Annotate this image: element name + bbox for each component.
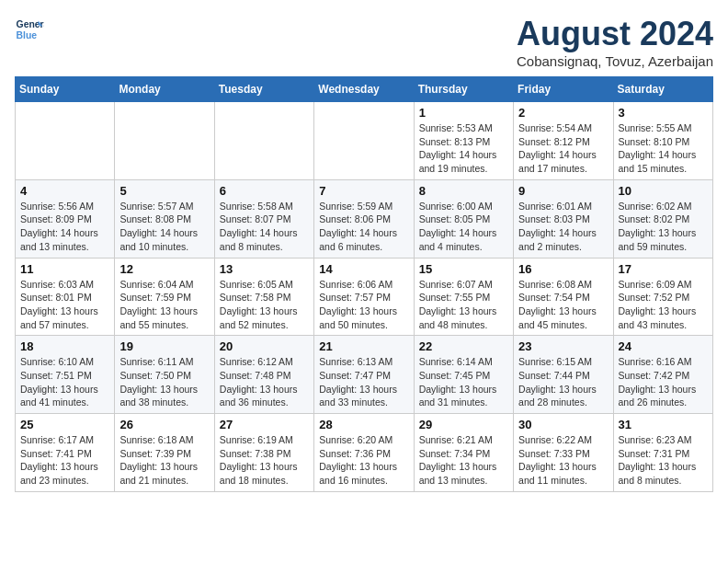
day-header-saturday: Saturday xyxy=(613,77,712,102)
calendar-cell: 2Sunrise: 5:54 AMSunset: 8:12 PMDaylight… xyxy=(514,102,613,180)
calendar-cell: 12Sunrise: 6:04 AMSunset: 7:59 PMDayligh… xyxy=(115,258,214,336)
day-info: Sunrise: 5:59 AMSunset: 8:06 PMDaylight:… xyxy=(319,200,408,254)
day-info: Sunrise: 6:08 AMSunset: 7:54 PMDaylight:… xyxy=(518,278,608,332)
day-header-thursday: Thursday xyxy=(414,77,513,102)
calendar-cell: 26Sunrise: 6:18 AMSunset: 7:39 PMDayligh… xyxy=(115,414,214,492)
day-info: Sunrise: 6:15 AMSunset: 7:44 PMDaylight:… xyxy=(518,355,608,409)
calendar-cell: 16Sunrise: 6:08 AMSunset: 7:54 PMDayligh… xyxy=(514,258,613,336)
calendar-cell: 25Sunrise: 6:17 AMSunset: 7:41 PMDayligh… xyxy=(16,414,115,492)
day-number: 18 xyxy=(20,339,109,353)
day-number: 19 xyxy=(119,339,209,353)
calendar-cell: 15Sunrise: 6:07 AMSunset: 7:55 PMDayligh… xyxy=(414,258,513,336)
day-info: Sunrise: 6:19 AMSunset: 7:38 PMDaylight:… xyxy=(220,433,309,488)
day-number: 8 xyxy=(419,184,508,198)
calendar-cell: 28Sunrise: 6:20 AMSunset: 7:36 PMDayligh… xyxy=(314,414,414,492)
calendar-week-5: 25Sunrise: 6:17 AMSunset: 7:41 PMDayligh… xyxy=(16,414,713,492)
calendar-cell: 10Sunrise: 6:02 AMSunset: 8:02 PMDayligh… xyxy=(613,179,712,258)
day-number: 26 xyxy=(119,418,209,431)
logo-icon: General Blue xyxy=(15,15,44,44)
day-info: Sunrise: 6:07 AMSunset: 7:55 PMDaylight:… xyxy=(419,278,508,332)
day-info: Sunrise: 6:11 AMSunset: 7:50 PMDaylight:… xyxy=(119,355,209,409)
month-title: August 2024 xyxy=(517,15,713,53)
day-info: Sunrise: 5:53 AMSunset: 8:13 PMDaylight:… xyxy=(419,121,508,176)
calendar-cell: 22Sunrise: 6:14 AMSunset: 7:45 PMDayligh… xyxy=(414,336,513,414)
calendar-cell: 24Sunrise: 6:16 AMSunset: 7:42 PMDayligh… xyxy=(613,336,712,414)
day-info: Sunrise: 6:04 AMSunset: 7:59 PMDaylight:… xyxy=(119,278,209,332)
day-number: 16 xyxy=(518,262,608,276)
calendar-header-row: SundayMondayTuesdayWednesdayThursdayFrid… xyxy=(16,77,713,102)
day-info: Sunrise: 6:18 AMSunset: 7:39 PMDaylight:… xyxy=(119,433,209,488)
calendar-cell: 23Sunrise: 6:15 AMSunset: 7:44 PMDayligh… xyxy=(514,336,613,414)
calendar-cell: 7Sunrise: 5:59 AMSunset: 8:06 PMDaylight… xyxy=(314,179,414,258)
day-info: Sunrise: 6:02 AMSunset: 8:02 PMDaylight:… xyxy=(619,200,708,254)
day-number: 17 xyxy=(619,262,708,276)
location-subtitle: Cobansignaq, Tovuz, Azerbaijan xyxy=(517,53,713,69)
logo: General Blue xyxy=(15,15,44,44)
calendar-cell: 11Sunrise: 6:03 AMSunset: 8:01 PMDayligh… xyxy=(16,258,115,336)
calendar-cell: 14Sunrise: 6:06 AMSunset: 7:57 PMDayligh… xyxy=(314,258,414,336)
calendar-table: SundayMondayTuesdayWednesdayThursdayFrid… xyxy=(15,76,713,492)
day-header-monday: Monday xyxy=(115,77,214,102)
day-number: 14 xyxy=(319,262,408,276)
calendar-cell: 9Sunrise: 6:01 AMSunset: 8:03 PMDaylight… xyxy=(514,179,613,258)
day-number: 5 xyxy=(119,184,209,198)
calendar-cell: 1Sunrise: 5:53 AMSunset: 8:13 PMDaylight… xyxy=(414,102,513,180)
day-info: Sunrise: 6:00 AMSunset: 8:05 PMDaylight:… xyxy=(419,200,508,254)
day-info: Sunrise: 6:14 AMSunset: 7:45 PMDaylight:… xyxy=(419,355,508,409)
day-number: 12 xyxy=(119,262,209,276)
day-info: Sunrise: 5:54 AMSunset: 8:12 PMDaylight:… xyxy=(518,121,608,176)
calendar-cell: 31Sunrise: 6:23 AMSunset: 7:31 PMDayligh… xyxy=(613,414,712,492)
day-info: Sunrise: 6:01 AMSunset: 8:03 PMDaylight:… xyxy=(518,200,608,254)
day-number: 20 xyxy=(220,339,309,353)
calendar-cell: 13Sunrise: 6:05 AMSunset: 7:58 PMDayligh… xyxy=(214,258,313,336)
calendar-cell: 20Sunrise: 6:12 AMSunset: 7:48 PMDayligh… xyxy=(214,336,313,414)
day-info: Sunrise: 6:12 AMSunset: 7:48 PMDaylight:… xyxy=(220,355,309,409)
calendar-cell: 8Sunrise: 6:00 AMSunset: 8:05 PMDaylight… xyxy=(414,179,513,258)
calendar-week-3: 11Sunrise: 6:03 AMSunset: 8:01 PMDayligh… xyxy=(16,258,713,336)
calendar-cell: 18Sunrise: 6:10 AMSunset: 7:51 PMDayligh… xyxy=(16,336,115,414)
day-info: Sunrise: 6:09 AMSunset: 7:52 PMDaylight:… xyxy=(619,278,708,332)
day-header-tuesday: Tuesday xyxy=(214,77,313,102)
day-number: 23 xyxy=(518,339,608,353)
day-number: 25 xyxy=(20,418,109,431)
day-number: 9 xyxy=(518,184,608,198)
day-info: Sunrise: 6:05 AMSunset: 7:58 PMDaylight:… xyxy=(220,278,309,332)
calendar-cell: 30Sunrise: 6:22 AMSunset: 7:33 PMDayligh… xyxy=(514,414,613,492)
day-info: Sunrise: 6:21 AMSunset: 7:34 PMDaylight:… xyxy=(419,433,508,488)
day-info: Sunrise: 6:16 AMSunset: 7:42 PMDaylight:… xyxy=(619,355,708,409)
day-header-friday: Friday xyxy=(514,77,613,102)
day-number: 24 xyxy=(619,339,708,353)
day-number: 22 xyxy=(419,339,508,353)
page-header: General Blue August 2024 Cobansignaq, To… xyxy=(15,15,713,69)
calendar-cell xyxy=(115,102,214,180)
day-number: 3 xyxy=(619,106,708,120)
day-number: 30 xyxy=(518,418,608,431)
calendar-cell: 27Sunrise: 6:19 AMSunset: 7:38 PMDayligh… xyxy=(214,414,313,492)
day-number: 4 xyxy=(20,184,109,198)
calendar-cell xyxy=(16,102,115,180)
calendar-cell xyxy=(314,102,414,180)
day-info: Sunrise: 5:57 AMSunset: 8:08 PMDaylight:… xyxy=(119,200,209,254)
calendar-cell: 21Sunrise: 6:13 AMSunset: 7:47 PMDayligh… xyxy=(314,336,414,414)
day-info: Sunrise: 6:06 AMSunset: 7:57 PMDaylight:… xyxy=(319,278,408,332)
svg-text:Blue: Blue xyxy=(17,30,38,40)
day-number: 29 xyxy=(419,418,508,431)
title-block: August 2024 Cobansignaq, Tovuz, Azerbaij… xyxy=(517,15,713,69)
day-header-sunday: Sunday xyxy=(16,77,115,102)
day-number: 6 xyxy=(220,184,309,198)
day-number: 11 xyxy=(20,262,109,276)
day-info: Sunrise: 6:20 AMSunset: 7:36 PMDaylight:… xyxy=(319,433,408,488)
calendar-cell: 29Sunrise: 6:21 AMSunset: 7:34 PMDayligh… xyxy=(414,414,513,492)
day-info: Sunrise: 6:22 AMSunset: 7:33 PMDaylight:… xyxy=(518,433,608,488)
day-number: 27 xyxy=(220,418,309,431)
day-info: Sunrise: 6:10 AMSunset: 7:51 PMDaylight:… xyxy=(20,355,109,409)
day-number: 10 xyxy=(619,184,708,198)
calendar-cell: 4Sunrise: 5:56 AMSunset: 8:09 PMDaylight… xyxy=(16,179,115,258)
calendar-week-4: 18Sunrise: 6:10 AMSunset: 7:51 PMDayligh… xyxy=(16,336,713,414)
calendar-cell: 3Sunrise: 5:55 AMSunset: 8:10 PMDaylight… xyxy=(613,102,712,180)
day-header-wednesday: Wednesday xyxy=(314,77,414,102)
day-number: 13 xyxy=(220,262,309,276)
day-number: 1 xyxy=(419,106,508,120)
calendar-week-2: 4Sunrise: 5:56 AMSunset: 8:09 PMDaylight… xyxy=(16,179,713,258)
calendar-cell xyxy=(214,102,313,180)
